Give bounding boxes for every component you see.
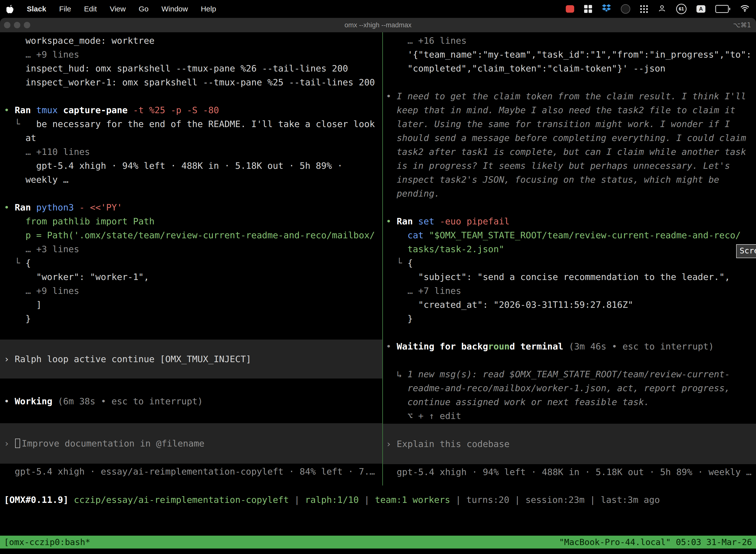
text-segment: pending. <box>386 188 440 199</box>
text-segment: I need to get the claim token from the c… <box>397 91 746 101</box>
screen-recording-icon[interactable] <box>566 5 574 13</box>
text-segment: tmux <box>36 105 63 115</box>
terminal-line: later. Using the same for transition mig… <box>386 117 756 131</box>
text-segment: • <box>386 91 397 101</box>
text-segment: ↳ <box>386 369 407 379</box>
prompt-input-band[interactable]: › Improve documentation in @filename <box>0 423 382 464</box>
apple-menu-icon[interactable] <box>6 4 14 13</box>
left-pane[interactable]: workspace_mode: worktree … +9 lines insp… <box>0 32 382 486</box>
text-segment: tasks/task-2.json" <box>386 244 504 254</box>
dropbox-icon[interactable] <box>602 4 611 14</box>
text-segment: (3m 46s • esc to interrupt) <box>569 341 714 351</box>
menu-edit[interactable]: Edit <box>84 5 97 13</box>
tmux-panes: workspace_mode: worktree … +9 lines insp… <box>0 32 756 486</box>
menu-help[interactable]: Help <box>201 5 216 13</box>
terminal-line: weekly … <box>4 173 382 187</box>
terminal-line: "worker": "worker-1", <box>4 270 382 284</box>
menu-bar-left: Slack File Edit View Go Window Help <box>6 4 216 13</box>
terminal-line: keep that in mind. Maybe I also need the… <box>386 103 756 117</box>
text-segment: gpt-5.4 xhigh · 94% left · 488K in · 5.1… <box>386 467 752 477</box>
terminal-line <box>4 326 382 340</box>
waiting-status-line: • Waiting for background terminal (3m 46… <box>386 340 756 353</box>
text-segment: workspace_mode: worktree <box>4 36 154 46</box>
prompt-input-band[interactable]: › Explain this codebase <box>383 424 756 464</box>
text-segment: python3 <box>36 202 79 213</box>
text-segment: • <box>4 105 15 115</box>
menu-app-name[interactable]: Slack <box>27 5 46 13</box>
wifi-icon[interactable] <box>740 5 750 13</box>
queued-message-band[interactable]: › Ralph loop active continue [OMX_TMUX_I… <box>0 340 382 379</box>
window-title: omx --xhigh --madmax <box>0 18 756 32</box>
text-segment: | <box>509 495 525 505</box>
text-segment: Waiting for backg <box>397 341 488 351</box>
terminal-line: gpt-5.4 xhigh · 94% left · 488K in · 5.1… <box>4 159 382 173</box>
terminal-line <box>4 89 382 103</box>
text-segment: gpt-5.4 xhigh · 94% left · 488K in · 5.1… <box>4 161 342 171</box>
menu-bar-status-icons: 61 A <box>566 4 750 14</box>
person-icon[interactable] <box>658 4 666 14</box>
text-segment: … +16 lines <box>386 36 466 46</box>
ran-python-line: • Ran python3 - <<'PY' <box>4 201 382 214</box>
text-segment: -euo pipefail <box>440 216 510 226</box>
tmux-status-bar: [omx-cczip0:bash* "MacBook-Pro-44.local"… <box>0 536 756 549</box>
grid-dots-icon[interactable] <box>640 5 648 13</box>
battery-icon[interactable] <box>715 5 730 13</box>
menu-go[interactable]: Go <box>139 5 148 13</box>
text-segment: later. Using the same for transition mig… <box>386 119 730 129</box>
terminal-line: … +16 lines <box>386 34 756 48</box>
text-segment: Ralph loop active continue [OMX_TMUX_INJ… <box>15 354 251 364</box>
text-segment: cat <box>407 230 429 240</box>
title-bar[interactable]: omx --xhigh --madmax ⌥⌘1 <box>0 18 756 33</box>
queued-message-band-text: › Ralph loop active continue [OMX_TMUX_I… <box>4 352 251 366</box>
terminal-line <box>386 75 756 89</box>
text-segment: inspect task2's JSON, focusing on the st… <box>386 174 719 185</box>
terminal-line: continue assigned work or next feasible … <box>386 395 756 409</box>
text-segment: └ <box>4 119 25 129</box>
terminal-line: tasks/task-2.json" <box>386 242 756 256</box>
terminal-line: } <box>386 312 756 326</box>
terminal-line: pending. <box>386 187 756 201</box>
battery-percent-icon[interactable]: 61 <box>676 4 687 14</box>
text-segment: -t %25 -p -S -80 <box>133 105 219 115</box>
omx-branch: cczip/essay/ai-reimplementation-copyleft <box>74 495 289 505</box>
text-segment: Explain this codebase <box>397 439 509 449</box>
input-source-icon[interactable]: A <box>696 5 705 13</box>
text-segment: p = Path('.omx/state/team/review-current… <box>4 230 375 240</box>
dark-app-icon[interactable] <box>621 4 630 14</box>
text-segment: • <box>386 341 397 351</box>
right-pane-content: … +16 lines '{"team_name":"my-team","tas… <box>386 34 756 479</box>
right-pane[interactable]: … +16 lines '{"team_name":"my-team","tas… <box>383 32 756 486</box>
text-segment: "$OMX_TEAM_STATE_ROOT/team/review-curren… <box>429 230 741 240</box>
text-segment: readme-and-reco/mailbox/worker-1.json, a… <box>386 383 730 393</box>
window-grid-icon[interactable] <box>584 5 592 13</box>
terminal-line: "subject": "send a concise recommendatio… <box>386 270 756 284</box>
text-cursor <box>15 439 20 448</box>
tmux-host-time: "MacBook-Pro-44.local" 05:03 31-Mar-26 <box>559 537 752 547</box>
menu-bar: Slack File Edit View Go Window Help <box>0 0 756 18</box>
text-segment: } <box>386 314 413 324</box>
menu-window[interactable]: Window <box>162 5 188 13</box>
text-segment: Ran <box>15 105 36 115</box>
text-segment: Ran <box>15 202 36 213</box>
text-segment: weekly … <box>4 174 68 185</box>
text-segment: … +9 lines <box>4 286 79 296</box>
text-segment: set <box>418 216 440 226</box>
screen-tooltip: Scre <box>736 244 756 258</box>
terminal-line: … +110 lines <box>4 145 382 159</box>
terminal-line: readme-and-reco/mailbox/worker-1.json, a… <box>386 381 756 395</box>
text-segment: task2 after task1 is complete, but can I… <box>386 147 746 157</box>
text-segment: Improve documentation in @filename <box>21 438 204 448</box>
terminal-line: task2 after task1 is complete, but can I… <box>386 145 756 159</box>
text-segment <box>386 230 407 240</box>
terminal-line: … +3 lines <box>4 242 382 256</box>
ran-set-line: • Ran set -euo pipefail <box>386 214 756 228</box>
text-segment: Ran <box>397 216 418 226</box>
omx-team-workers: team:1 workers <box>375 495 450 505</box>
menu-view[interactable]: View <box>110 5 126 13</box>
screen: Slack File Edit View Go Window Help <box>0 0 756 554</box>
terminal-line: workspace_mode: worktree <box>4 34 382 48</box>
text-segment <box>68 495 74 505</box>
menu-file[interactable]: File <box>59 5 71 13</box>
tmux-session-name: [omx-cczip0:bash* <box>4 537 90 547</box>
terminal-line: "created_at": "2026-03-31T11:59:27.816Z" <box>386 298 756 312</box>
